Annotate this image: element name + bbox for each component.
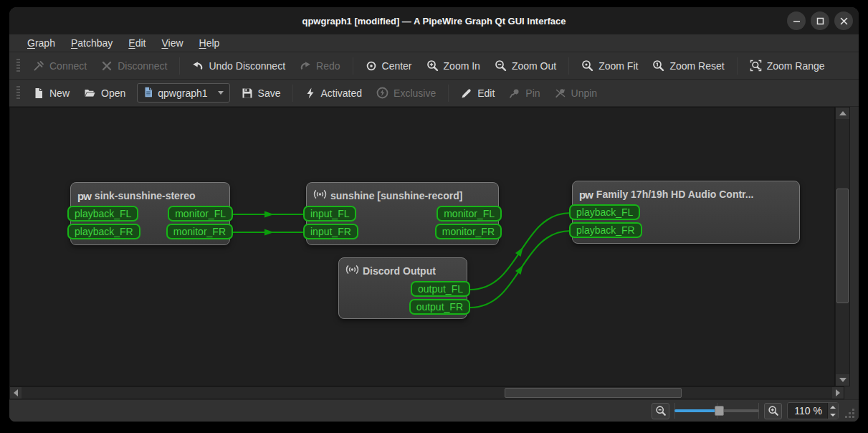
undo-disconnect-button[interactable]: Undo Disconnect	[185, 57, 292, 75]
menu-patchbay[interactable]: Patchbay	[63, 36, 120, 50]
input-ports: playback_FLplayback_FR	[569, 204, 642, 238]
zoom-fit-button[interactable]: Zoom Fit	[574, 56, 645, 75]
menu-edit[interactable]: Edit	[120, 36, 153, 50]
new-icon	[33, 87, 44, 99]
port-monitor-fr[interactable]: monitor_FR	[166, 224, 233, 239]
canvas-area: pwsink-sunshine-stereoplayback_FLplaybac…	[9, 107, 859, 399]
toolbar-button-label: Undo Disconnect	[209, 60, 285, 72]
toolbar-button-label: Zoom In	[444, 60, 480, 72]
close-button[interactable]	[834, 11, 853, 30]
toolbar-patchbay: NewOpenqpwgraph1SaveActivatedExclusiveEd…	[9, 80, 859, 107]
toolbar-separator	[568, 57, 569, 75]
node-discord-output[interactable]: Discord Outputoutput_FLoutput_FR	[338, 257, 467, 319]
node-header: Discord Output	[339, 258, 467, 280]
port-playback-fl[interactable]: playback_FL	[67, 206, 138, 222]
zoom-in-button[interactable]	[764, 403, 782, 419]
combobox-value: qpwgraph1	[158, 87, 207, 99]
connect-button[interactable]: Connect	[26, 57, 94, 75]
horizontal-scroll-thumb[interactable]	[505, 388, 682, 398]
scroll-down-button[interactable]	[836, 374, 849, 386]
vertical-scrollbar[interactable]	[835, 107, 850, 386]
spin-up-icon	[830, 406, 836, 409]
open-button[interactable]: Open	[77, 84, 133, 103]
zoom-out-button[interactable]	[652, 403, 669, 419]
node-sink-sunshine-stereo[interactable]: pwsink-sunshine-stereoplayback_FLplaybac…	[70, 182, 230, 245]
toolbar-drag-handle[interactable]	[16, 59, 20, 73]
port-playback-fl[interactable]: playback_FL	[569, 204, 640, 220]
zoom-reset-button[interactable]: Zoom Reset	[645, 56, 731, 75]
port-input-fr[interactable]: input_FR	[303, 224, 358, 239]
chevron-down-icon	[218, 91, 224, 95]
center-button[interactable]: Center	[358, 57, 419, 75]
zoom-range-button[interactable]: Zoom Range	[743, 56, 832, 75]
activated-button[interactable]: Activated	[298, 84, 369, 103]
zoom-in-button[interactable]: Zoom In	[419, 56, 487, 75]
edit-icon	[461, 87, 472, 99]
input-ports: input_FLinput_FR	[303, 206, 358, 239]
port-monitor-fl[interactable]: monitor_FL	[168, 206, 233, 222]
toolbar-button-label: Edit	[477, 87, 495, 99]
toolbar-button-label: Zoom Reset	[669, 60, 724, 72]
port-playback-fr[interactable]: playback_FR	[67, 224, 140, 239]
toolbar-button-label: Redo	[316, 60, 340, 72]
zoom-value[interactable]: 110 %	[788, 403, 827, 419]
zoom-slider[interactable]	[674, 403, 759, 419]
minimize-button[interactable]	[787, 11, 806, 30]
horizontal-scrollbar[interactable]	[9, 386, 844, 399]
resize-grip[interactable]	[844, 407, 855, 419]
edit-button[interactable]: Edit	[454, 84, 502, 103]
pipewire-icon: pw	[579, 189, 593, 200]
port-playback-fr[interactable]: playback_FR	[569, 222, 642, 238]
scroll-left-button[interactable]	[10, 387, 22, 399]
arrow-right-icon	[836, 389, 840, 396]
toolbar-button-label: Zoom Out	[512, 60, 556, 72]
node-sunshine-sunshine-record[interactable]: sunshine [sunshine-record]input_FLinput_…	[306, 182, 499, 245]
zoom-out-button[interactable]: Zoom Out	[487, 56, 563, 75]
redo-button[interactable]: Redo	[292, 57, 347, 75]
vertical-scroll-thumb[interactable]	[836, 189, 849, 303]
input-ports: playback_FLplayback_FR	[67, 206, 140, 239]
slider-handle[interactable]	[715, 406, 724, 416]
toolbar-separator	[353, 57, 353, 75]
save-button[interactable]: Save	[234, 84, 288, 103]
center-icon	[366, 60, 377, 72]
exclusive-button[interactable]: Exclusive	[369, 83, 443, 103]
output-ports: output_FLoutput_FR	[409, 281, 470, 315]
toolbar-separator	[292, 85, 293, 102]
new-button[interactable]: New	[26, 84, 77, 103]
zoom-spinbox[interactable]: 110 %	[787, 402, 839, 419]
spin-up-button[interactable]	[828, 403, 838, 411]
maximize-button[interactable]	[811, 11, 829, 30]
toolbar-button-label: Open	[101, 87, 125, 99]
connect-icon	[33, 60, 44, 72]
pin-button[interactable]: Pin	[502, 84, 547, 103]
port-monitor-fr[interactable]: monitor_FR	[435, 224, 502, 239]
port-input-fl[interactable]: input_FL	[303, 206, 356, 222]
scroll-right-button[interactable]	[832, 387, 844, 399]
menu-view[interactable]: View	[153, 36, 191, 50]
node-family-17h-19h-hd-audio-contr[interactable]: pwFamily 17h/19h HD Audio Contr...playba…	[572, 181, 800, 244]
pipewire-icon: pw	[77, 191, 91, 201]
graph-canvas[interactable]: pwsink-sunshine-stereoplayback_FLplaybac…	[9, 107, 835, 386]
menu-graph[interactable]: Graph	[19, 36, 63, 50]
scroll-up-button[interactable]	[836, 108, 849, 119]
toolbar-separator	[737, 57, 738, 75]
port-output-fl[interactable]: output_FL	[411, 281, 470, 297]
output-ports: monitor_FLmonitor_FR	[435, 206, 502, 239]
redo-icon	[300, 60, 311, 72]
zoom-in-icon	[768, 405, 779, 417]
toolbar-separator	[448, 85, 449, 102]
disconnect-button[interactable]: Disconnect	[94, 57, 174, 75]
spin-down-button[interactable]	[828, 411, 838, 419]
port-output-fr[interactable]: output_FR	[409, 299, 470, 315]
connections-layer	[10, 108, 834, 386]
horizontal-scroll-track[interactable]	[22, 387, 832, 399]
broadcast-icon	[345, 263, 359, 279]
node-header: pwFamily 17h/19h HD Audio Contr...	[573, 181, 799, 203]
patchbay-file-combobox[interactable]: qpwgraph1	[137, 83, 229, 103]
port-monitor-fl[interactable]: monitor_FL	[437, 206, 502, 222]
unpin-button[interactable]: Unpin	[548, 84, 605, 103]
vertical-scroll-track[interactable]	[836, 119, 849, 374]
toolbar-drag-handle[interactable]	[16, 86, 20, 100]
menu-help[interactable]: Help	[191, 36, 228, 50]
